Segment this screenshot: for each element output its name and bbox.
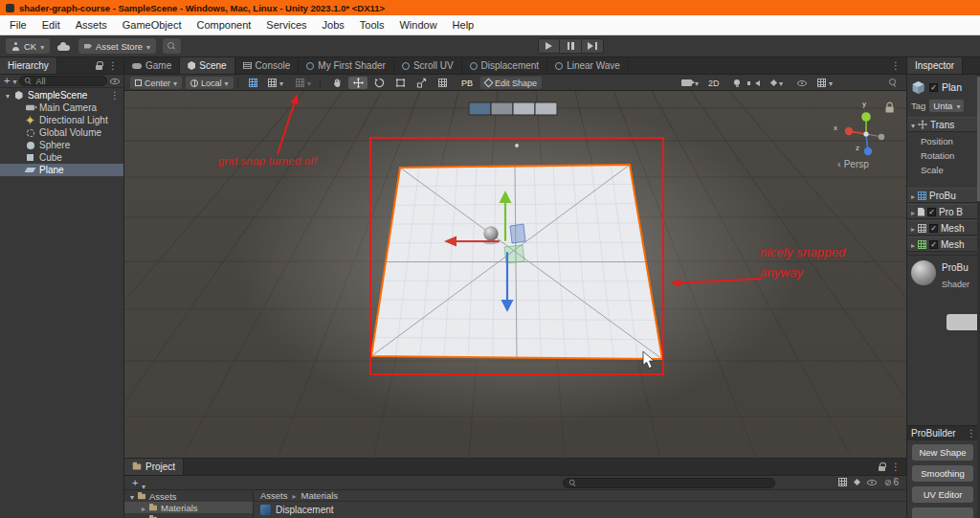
effects-dropdown[interactable]	[766, 77, 789, 89]
snap-increment-dropdown[interactable]	[291, 77, 316, 89]
component-mesh-collider[interactable]: Mesh	[907, 236, 980, 252]
tab-console[interactable]: Console	[235, 57, 300, 74]
handle-space-dropdown[interactable]: Local	[186, 77, 234, 89]
scene-visibility-icon[interactable]	[110, 79, 120, 84]
scene-options-icon[interactable]	[110, 90, 120, 101]
foldout-caret-icon[interactable]	[6, 90, 10, 101]
scene-viewport[interactable]: grid snap turned off nicely snapped anyw…	[124, 91, 906, 458]
tab-linear-wave[interactable]: Linear Wave	[547, 57, 629, 74]
menu-item-help[interactable]: Help	[445, 15, 482, 34]
tab-scene[interactable]: Scene	[180, 57, 234, 74]
tool-overlay-segments[interactable]	[469, 102, 557, 115]
chevron-down-icon[interactable]	[12, 76, 16, 86]
component-mesh-renderer[interactable]: Mesh	[907, 220, 980, 236]
menu-item-window[interactable]: Window	[391, 15, 444, 34]
component-enabled-checkbox[interactable]	[929, 224, 938, 233]
tab-inspector[interactable]: Inspector	[907, 57, 963, 74]
tree-item-cut-off[interactable]	[124, 513, 253, 518]
view-tool-button[interactable]	[327, 77, 346, 89]
tree-item-assets[interactable]: Assets	[124, 490, 253, 502]
play-button[interactable]	[538, 38, 560, 54]
step-button[interactable]	[582, 38, 604, 54]
hierarchy-search-input[interactable]: All	[19, 76, 107, 86]
cut-off-button[interactable]	[912, 507, 973, 518]
hidden-packages-indicator[interactable]: 6	[884, 477, 899, 487]
pivot-mode-dropdown[interactable]: Center	[130, 77, 182, 89]
breadcrumb-assets[interactable]: Assets	[260, 490, 288, 501]
add-object-icon[interactable]	[4, 76, 10, 86]
probuilder-window-header[interactable]: ProBuilder	[907, 425, 980, 440]
tab-scroll-uv[interactable]: Scroll UV	[394, 57, 462, 74]
menu-item-jobs[interactable]: Jobs	[315, 15, 352, 34]
menu-item-gameobject[interactable]: GameObject	[115, 15, 189, 34]
menu-item-edit[interactable]: Edit	[34, 15, 68, 34]
menu-item-tools[interactable]: Tools	[352, 15, 392, 34]
tab-my-first-shader[interactable]: My First Shader	[299, 57, 394, 74]
panel-menu-icon[interactable]	[891, 60, 901, 71]
hierarchy-item-sphere[interactable]: Sphere	[0, 139, 123, 151]
tree-item-materials[interactable]: Materials	[124, 502, 253, 513]
new-shape-button[interactable]: New Shape	[912, 444, 973, 461]
view-gizmo-persp-label[interactable]: Persp	[837, 158, 869, 169]
rect-tool-button[interactable]	[390, 77, 410, 89]
transform-position-row[interactable]: Position	[907, 134, 980, 147]
plane-top-handle[interactable]	[515, 144, 519, 147]
column-layout-icon[interactable]	[838, 478, 847, 486]
transform-rotation-row[interactable]: Rotation	[907, 148, 980, 162]
asset-store-button[interactable]: Asset Store	[78, 38, 156, 54]
material-preview-sphere[interactable]	[911, 260, 936, 285]
transform-scale-row[interactable]: Scale	[907, 163, 980, 176]
component-probuilder-mesh[interactable]: ProBu	[907, 188, 980, 203]
component-probuilder-shape[interactable]: Pro B	[907, 204, 980, 219]
add-asset-icon[interactable]	[132, 478, 138, 488]
search-scene-button[interactable]	[883, 77, 902, 89]
component-enabled-checkbox[interactable]	[929, 240, 938, 249]
menu-item-services[interactable]: Services	[258, 15, 314, 34]
menu-item-file[interactable]: File	[2, 15, 34, 34]
search-everything-button[interactable]	[163, 38, 181, 54]
pause-button[interactable]	[560, 38, 582, 54]
lighting-toggle[interactable]	[727, 77, 746, 89]
hierarchy-scene-row[interactable]: SampleScene	[0, 89, 123, 101]
breadcrumb-materials[interactable]: Materials	[301, 490, 339, 501]
cut-off-light-button[interactable]	[947, 314, 980, 330]
cube-object[interactable]	[510, 224, 525, 243]
panel-menu-icon[interactable]	[967, 428, 976, 439]
hierarchy-item-main-camera[interactable]: Main Camera	[0, 101, 123, 114]
camera-settings-dropdown[interactable]	[678, 77, 702, 89]
audio-toggle[interactable]	[746, 77, 766, 89]
grid-snap-toggle[interactable]	[264, 77, 287, 89]
grid-visibility-toggle[interactable]	[243, 77, 262, 89]
smoothing-button[interactable]: Smoothing	[912, 465, 973, 482]
panel-menu-icon[interactable]	[891, 462, 901, 472]
label-filter-icon[interactable]	[854, 479, 860, 485]
sphere-object[interactable]	[484, 227, 499, 241]
asset-item-displacement[interactable]: Displacement	[255, 502, 906, 518]
hierarchy-item-directional-light[interactable]: Directional Light	[0, 114, 123, 126]
transform-section-header[interactable]: Trans	[907, 117, 980, 132]
lock-icon[interactable]	[96, 65, 102, 70]
project-search-input[interactable]	[563, 478, 775, 488]
rotate-tool-button[interactable]	[369, 77, 389, 89]
scale-tool-button[interactable]	[412, 77, 431, 89]
edit-shape-button[interactable]: Edit Shape	[480, 77, 542, 89]
panel-menu-icon[interactable]	[108, 60, 118, 71]
menu-item-assets[interactable]: Assets	[68, 15, 115, 34]
tab-game[interactable]: Game	[124, 57, 180, 74]
transform-tool-button[interactable]	[433, 77, 452, 89]
hierarchy-item-global-volume[interactable]: Global Volume	[0, 126, 123, 139]
menu-item-component[interactable]: Component	[189, 15, 258, 34]
preview-icon[interactable]	[867, 480, 877, 485]
gizmo-z-ball[interactable]	[864, 147, 872, 155]
cloud-icon[interactable]	[57, 45, 70, 51]
account-button[interactable]: CK	[6, 38, 50, 54]
2d-toggle[interactable]: 2D	[708, 77, 720, 89]
gizmo-x-ball[interactable]	[845, 127, 853, 135]
scene-visibility-toggle[interactable]	[792, 77, 812, 89]
move-tool-button[interactable]	[348, 77, 368, 89]
component-enabled-checkbox[interactable]	[927, 208, 936, 216]
tab-project[interactable]: Project	[124, 459, 184, 475]
lock-icon[interactable]	[879, 466, 885, 471]
grid-settings-dropdown[interactable]	[813, 77, 836, 89]
tag-dropdown[interactable]: Unta	[929, 100, 964, 112]
